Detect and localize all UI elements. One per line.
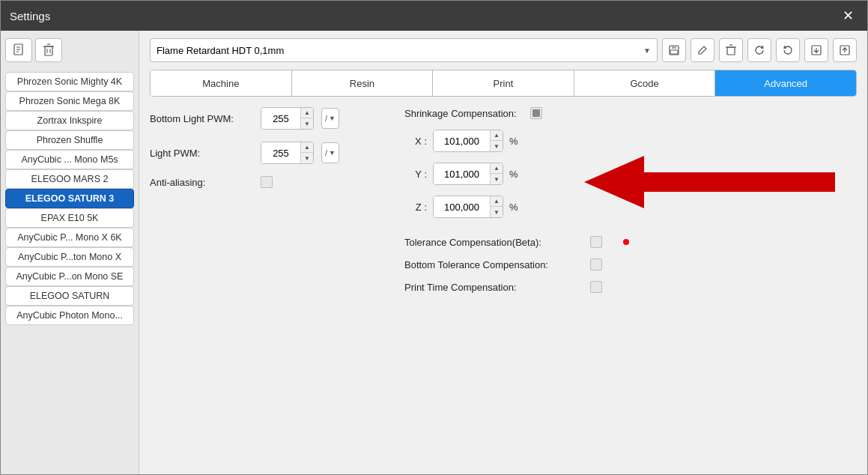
sidebar-item-0[interactable]: Phrozen Sonic Mighty 4K <box>5 72 134 91</box>
sidebar-item-11[interactable]: ELEGOO SATURN <box>5 286 134 306</box>
top-bar: Flame Retardant HDT 0,1mm ▼ <box>150 38 857 62</box>
z-up[interactable]: ▲ <box>491 196 503 207</box>
y-input[interactable] <box>434 163 490 184</box>
sidebar-item-10[interactable]: AnyCubic P...on Mono SE <box>5 267 134 286</box>
light-pwm-row: Light PWM: ▲ ▼ / ▼ <box>150 142 374 164</box>
delete-profile-button[interactable] <box>719 38 743 62</box>
export-button[interactable] <box>804 38 828 62</box>
bottom-light-pwm-row: Bottom Light PWM: ▲ ▼ / ▼ <box>150 107 374 130</box>
tab-machine[interactable]: Machine <box>151 70 292 96</box>
undo-button[interactable] <box>776 38 800 62</box>
sidebar: Phrozen Sonic Mighty 4KPhrozen Sonic Meg… <box>1 31 139 474</box>
print-time-row: Print Time Compensation: <box>404 281 629 293</box>
sidebar-item-12[interactable]: AnyCubic Photon Mono... <box>5 306 134 325</box>
settings-right: Shrinkage Compensation: X : ▲ ▼ <box>404 107 629 467</box>
window-title: Settings <box>10 10 50 22</box>
refresh-button[interactable] <box>747 38 771 62</box>
x-input[interactable] <box>434 130 490 151</box>
y-down[interactable]: ▼ <box>491 174 503 184</box>
y-percent-label: % <box>509 169 518 180</box>
tolerance-checkbox[interactable] <box>590 236 602 248</box>
y-input-group: ▲ ▼ <box>433 163 503 185</box>
svg-rect-11 <box>670 50 678 54</box>
sidebar-item-5[interactable]: ELEGOO MARS 2 <box>5 169 134 189</box>
bottom-light-pwm-up[interactable]: ▲ <box>301 108 313 118</box>
delete-sidebar-button[interactable] <box>35 38 62 62</box>
z-input[interactable] <box>434 196 490 217</box>
bottom-light-pwm-input[interactable] <box>261 108 300 129</box>
settings-left: Bottom Light PWM: ▲ ▼ / ▼ <box>150 107 374 467</box>
shrinkage-label: Shrinkage Compensation: <box>404 108 517 119</box>
light-pwm-input-group: ▲ ▼ <box>261 142 314 164</box>
x-down[interactable]: ▼ <box>491 141 503 151</box>
import-button[interactable] <box>833 38 857 62</box>
sidebar-item-7[interactable]: EPAX E10 5K <box>5 208 134 228</box>
profile-dropdown[interactable]: Flame Retardant HDT 0,1mm ▼ <box>150 38 658 62</box>
y-up[interactable]: ▲ <box>491 163 503 174</box>
y-spinners: ▲ ▼ <box>490 163 503 184</box>
close-button[interactable]: ✕ <box>837 5 858 26</box>
x-spinners: ▲ ▼ <box>490 130 503 151</box>
svg-rect-12 <box>727 47 735 55</box>
title-bar: Settings ✕ <box>1 1 867 31</box>
sidebar-item-8[interactable]: AnyCubic P... Mono X 6K <box>5 228 134 247</box>
svg-rect-4 <box>45 46 52 55</box>
bottom-light-pwm-divider[interactable]: / ▼ <box>321 108 339 129</box>
z-down[interactable]: ▼ <box>491 207 503 217</box>
sidebar-items-list: Phrozen Sonic Mighty 4KPhrozen Sonic Meg… <box>5 72 134 325</box>
tab-advanced[interactable]: Advanced <box>715 70 856 96</box>
shrinkage-header-row: Shrinkage Compensation: <box>404 107 629 119</box>
bottom-tolerance-label: Bottom Tolerance Compensation: <box>404 259 584 270</box>
red-dot-indicator <box>623 239 629 245</box>
x-axis-row: X : ▲ ▼ % <box>412 130 629 152</box>
settings-panel: Bottom Light PWM: ▲ ▼ / ▼ <box>150 107 857 467</box>
z-input-group: ▲ ▼ <box>433 196 503 218</box>
bottom-light-pwm-spinners: ▲ ▼ <box>300 108 313 129</box>
tab-bar: Machine Resin Print Gcode Advanced <box>150 70 857 97</box>
tab-print[interactable]: Print <box>433 70 574 96</box>
new-file-button[interactable] <box>5 38 32 62</box>
bottom-light-pwm-down[interactable]: ▼ <box>301 118 313 129</box>
tolerance-label: Tolerance Compensation(Beta): <box>404 237 584 248</box>
x-percent-label: % <box>509 136 518 147</box>
sidebar-item-9[interactable]: AnyCubic P...ton Mono X <box>5 247 134 267</box>
save-profile-button[interactable] <box>662 38 686 62</box>
bottom-light-pwm-input-group: ▲ ▼ <box>261 107 314 130</box>
bottom-light-pwm-label: Bottom Light PWM: <box>150 113 255 124</box>
sidebar-top-icons <box>5 37 134 64</box>
y-axis-row: Y : ▲ ▼ % <box>412 163 629 185</box>
z-percent-label: % <box>509 202 518 213</box>
x-input-group: ▲ ▼ <box>433 130 503 152</box>
chevron-down-icon: ▼ <box>643 46 651 55</box>
light-pwm-down[interactable]: ▼ <box>301 153 313 163</box>
light-pwm-input[interactable] <box>261 142 300 163</box>
z-axis-label: Z : <box>412 202 427 213</box>
sidebar-item-3[interactable]: Phrozen Shuffle <box>5 130 134 150</box>
light-pwm-up[interactable]: ▲ <box>301 142 313 153</box>
tolerance-row: Tolerance Compensation(Beta): <box>404 236 629 248</box>
y-axis-label: Y : <box>412 169 427 180</box>
window-body: Phrozen Sonic Mighty 4KPhrozen Sonic Meg… <box>1 31 867 474</box>
edit-profile-button[interactable] <box>691 38 714 62</box>
sidebar-item-4[interactable]: AnyCubic ... Mono M5s <box>5 150 134 169</box>
svg-rect-10 <box>672 46 676 49</box>
sidebar-item-6[interactable]: ELEGOO SATURN 3 <box>5 189 134 208</box>
print-time-label: Print Time Compensation: <box>404 282 584 293</box>
print-time-checkbox[interactable] <box>590 281 602 293</box>
anti-aliasing-checkbox[interactable] <box>261 176 273 188</box>
x-up[interactable]: ▲ <box>491 130 503 141</box>
x-axis-label: X : <box>412 136 427 147</box>
anti-aliasing-label: Anti-aliasing: <box>150 177 255 188</box>
bottom-tolerance-checkbox[interactable] <box>590 258 602 270</box>
light-pwm-spinners: ▲ ▼ <box>300 142 313 163</box>
profile-dropdown-text: Flame Retardant HDT 0,1mm <box>157 45 284 56</box>
shrinkage-checkbox[interactable] <box>530 107 542 119</box>
light-pwm-label: Light PWM: <box>150 148 255 159</box>
tab-resin[interactable]: Resin <box>292 70 434 96</box>
tab-gcode[interactable]: Gcode <box>574 70 716 96</box>
anti-aliasing-row: Anti-aliasing: <box>150 176 374 188</box>
sidebar-item-2[interactable]: Zortrax Inkspire <box>5 111 134 130</box>
light-pwm-divider[interactable]: / ▼ <box>321 142 339 163</box>
sidebar-item-1[interactable]: Phrozen Sonic Mega 8K <box>5 91 134 111</box>
bottom-tolerance-row: Bottom Tolerance Compensation: <box>404 258 629 270</box>
